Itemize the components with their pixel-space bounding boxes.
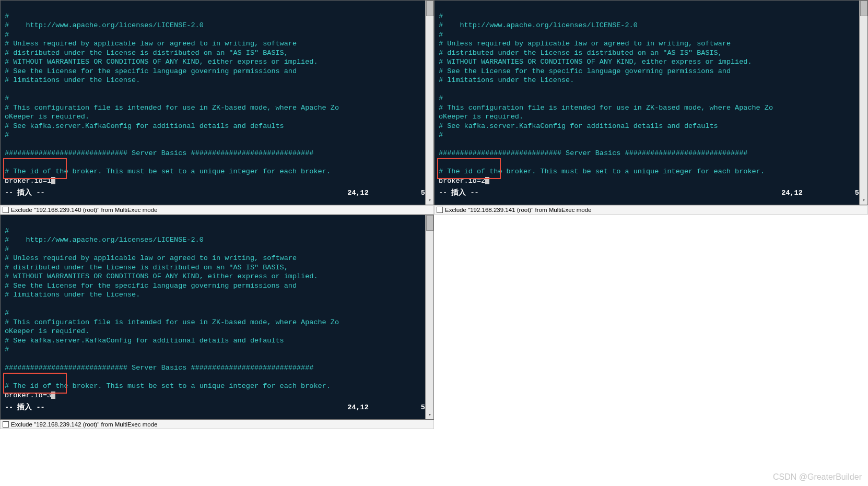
code-line: # xyxy=(439,131,443,139)
broker-id-line: broker.id=3 xyxy=(5,392,51,399)
code-line: oKeeper is required. xyxy=(5,113,89,121)
code-line: # The id of the broker. This must be set… xyxy=(5,168,331,175)
code-line: ############################# Server Bas… xyxy=(5,364,313,372)
code-line: ############################# Server Bas… xyxy=(5,149,313,157)
code-line: # xyxy=(439,94,443,102)
terminal-content-3[interactable]: # # http://www.apache.org/licenses/LICEN… xyxy=(1,215,433,419)
scroll-down-arrow-icon[interactable]: ▾ xyxy=(860,196,867,205)
terminal-content-1[interactable]: # # http://www.apache.org/licenses/LICEN… xyxy=(1,1,433,205)
broker-id-line: broker.id=1 xyxy=(5,177,51,185)
exclude-checkbox[interactable] xyxy=(3,207,9,213)
code-line: # See the License for the specific langu… xyxy=(439,67,731,75)
code-line: # WITHOUT WARRANTIES OR CONDITIONS OF AN… xyxy=(5,272,318,280)
exclude-label: Exclude "192.168.239.142 (root)" from Mu… xyxy=(11,421,157,428)
code-line: # distributed under the License is distr… xyxy=(439,49,722,57)
code-line: # distributed under the License is distr… xyxy=(5,264,288,271)
exclude-label: Exclude "192.168.239.141 (root)" from Mu… xyxy=(445,207,591,213)
code-line: # xyxy=(439,13,443,20)
scroll-down-arrow-icon[interactable]: ▾ xyxy=(426,411,433,419)
code-line: oKeeper is required. xyxy=(439,113,523,121)
multiexec-footer-3: Exclude "192.168.239.142 (root)" from Mu… xyxy=(0,420,434,429)
code-line: # xyxy=(5,227,9,235)
vim-status-line: -- 插入 --24,125% xyxy=(5,400,429,412)
broker-id-line: broker.id=2 xyxy=(439,177,485,185)
code-line: # Unless required by applicable law or a… xyxy=(5,40,297,48)
cursor xyxy=(485,177,489,184)
code-line: # WITHOUT WARRANTIES OR CONDITIONS OF AN… xyxy=(5,58,318,66)
code-line: # http://www.apache.org/licenses/LICENSE… xyxy=(5,236,204,244)
code-line: # xyxy=(5,13,9,20)
scroll-thumb[interactable] xyxy=(426,1,433,16)
code-line: # See kafka.server.KafkaConfig for addit… xyxy=(5,122,284,130)
code-line: # limitations under the License. xyxy=(5,291,140,299)
code-line: # xyxy=(5,245,9,253)
vim-mode: -- 插入 -- xyxy=(5,403,45,412)
scrollbar[interactable]: ▴ ▾ xyxy=(425,215,433,419)
vim-mode: -- 插入 -- xyxy=(5,188,45,198)
code-line: # xyxy=(5,131,9,139)
code-line: # distributed under the License is distr… xyxy=(5,49,288,57)
empty-pane xyxy=(434,215,868,420)
code-line: # See the License for the specific langu… xyxy=(5,67,297,75)
watermark: CSDN @GreaterBuilder xyxy=(773,472,862,482)
terminal-content-2[interactable]: # # http://www.apache.org/licenses/LICEN… xyxy=(435,1,867,205)
code-line: # See the License for the specific langu… xyxy=(5,282,297,290)
code-line: oKeeper is required. xyxy=(5,327,89,335)
terminal-pane-2: # # http://www.apache.org/licenses/LICEN… xyxy=(434,0,868,205)
code-line: # limitations under the License. xyxy=(439,76,574,84)
vim-position: 24,12 xyxy=(347,403,369,412)
terminal-grid: # # http://www.apache.org/licenses/LICEN… xyxy=(0,0,868,429)
vim-status-line: -- 插入 --24,125% xyxy=(439,185,863,198)
code-line: # xyxy=(5,346,9,353)
code-line: # WITHOUT WARRANTIES OR CONDITIONS OF AN… xyxy=(439,58,752,66)
code-line: # Unless required by applicable law or a… xyxy=(5,254,297,262)
code-line: # This configuration file is intended fo… xyxy=(439,104,773,112)
code-line: # http://www.apache.org/licenses/LICENSE… xyxy=(5,21,204,29)
vim-position: 24,12 xyxy=(781,188,803,198)
multiexec-footer-2: Exclude "192.168.239.141 (root)" from Mu… xyxy=(434,205,868,215)
code-line: # See kafka.server.KafkaConfig for addit… xyxy=(5,337,284,345)
scroll-down-arrow-icon[interactable]: ▾ xyxy=(426,196,433,205)
code-line: # limitations under the License. xyxy=(5,76,140,84)
scrollbar[interactable]: ▴ ▾ xyxy=(859,1,867,205)
code-line: ############################# Server Bas… xyxy=(439,149,747,157)
scroll-thumb[interactable] xyxy=(426,215,433,231)
exclude-checkbox[interactable] xyxy=(437,207,443,213)
scrollbar[interactable]: ▴ ▾ xyxy=(425,1,433,205)
code-line: # xyxy=(5,309,9,317)
exclude-checkbox[interactable] xyxy=(3,421,9,428)
cursor xyxy=(51,177,55,184)
exclude-label: Exclude "192.168.239.140 (root)" from Mu… xyxy=(11,207,157,213)
code-line: # xyxy=(5,94,9,102)
terminal-pane-3: # # http://www.apache.org/licenses/LICEN… xyxy=(0,215,434,420)
code-line: # The id of the broker. This must be set… xyxy=(439,168,765,175)
vim-mode: -- 插入 -- xyxy=(439,188,479,198)
multiexec-footer-1: Exclude "192.168.239.140 (root)" from Mu… xyxy=(0,205,434,215)
code-line: # See kafka.server.KafkaConfig for addit… xyxy=(439,122,718,130)
code-line: # http://www.apache.org/licenses/LICENSE… xyxy=(439,21,638,29)
vim-status-line: -- 插入 --24,125% xyxy=(5,185,429,198)
cursor xyxy=(51,392,55,399)
code-line: # xyxy=(5,31,9,39)
vim-position: 24,12 xyxy=(347,188,369,198)
code-line: # xyxy=(439,31,443,39)
scroll-thumb[interactable] xyxy=(860,1,867,16)
code-line: # Unless required by applicable law or a… xyxy=(439,40,731,48)
code-line: # This configuration file is intended fo… xyxy=(5,318,339,326)
empty-footer xyxy=(434,420,868,429)
code-line: # This configuration file is intended fo… xyxy=(5,104,339,112)
code-line: # The id of the broker. This must be set… xyxy=(5,382,331,390)
terminal-pane-1: # # http://www.apache.org/licenses/LICEN… xyxy=(0,0,434,205)
